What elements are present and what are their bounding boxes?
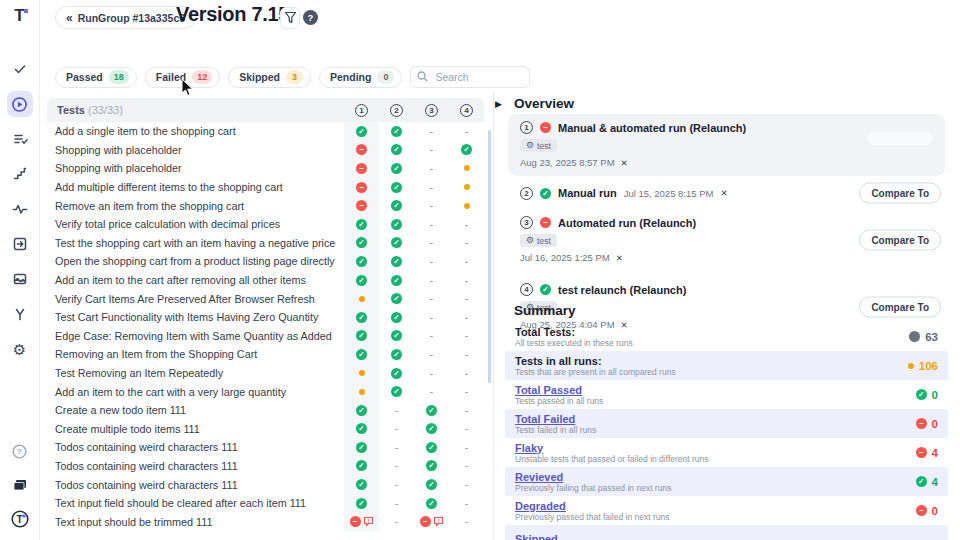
no-run-dash: - [465,368,468,379]
table-row[interactable]: Test the shopping cart with an item havi… [47,234,484,253]
rungroup-back-button[interactable]: « RunGroup #13a335c6 [55,6,196,29]
table-row[interactable]: Todos containing weird characters 111✓-✓… [47,457,484,476]
filter-chip-count-badge: 18 [109,70,129,84]
table-row[interactable]: Text input field should be cleared after… [47,494,484,513]
summary-row: Skipped [505,525,948,540]
test-name: Add multiple different items to the shop… [47,181,344,193]
filter-chip-pending[interactable]: Pending0 [319,67,402,88]
test-name: Removing an Item from the Shopping Cart [47,348,344,360]
table-row[interactable]: Test Cart Functionality with Items Havin… [47,308,484,327]
box-arrow-icon[interactable] [7,231,33,257]
summary-row-title[interactable]: Degraded [515,500,916,512]
run-title: Manual & automated run (Relaunch) [558,122,746,134]
summary-row-title[interactable]: Flaky [515,442,916,454]
no-run-dash: - [430,368,433,379]
help-circle-icon[interactable]: ? [7,438,33,464]
status-cell: ✓ [379,308,414,327]
overview-heading: Overview [514,96,574,111]
branch-icon[interactable] [7,301,33,327]
close-icon[interactable]: ✕ [616,253,623,263]
run-number-icon: 2 [390,104,403,117]
folders-icon[interactable] [7,472,33,498]
table-row[interactable]: Todos containing weird characters 111✓-✓… [47,475,484,494]
table-row[interactable]: Remove an item from the shopping cart−✓- [47,196,484,215]
run-item[interactable]: 3−Automated run (Relaunch)⚙testJul 16, 2… [508,209,945,271]
table-row[interactable]: Edge Case: Removing Item with Same Quant… [47,327,484,346]
gear-icon[interactable]: ⚙ [7,336,33,362]
comment-icon[interactable]: ! [433,516,444,527]
filter-chip-label: Passed [66,71,103,83]
filter-chip-label: Pending [330,71,371,83]
collapse-arrow-icon[interactable]: ▶ [495,99,502,109]
passed-icon: ✓ [391,368,402,379]
passed-icon: ✓ [356,479,367,490]
no-run-dash: - [465,498,468,509]
no-run-dash: - [430,256,433,267]
summary-row-title: Tests in all runs: [515,355,908,367]
run-item[interactable]: 2✓Manual runJul 15, 2025 8:15 PM✕Compare… [508,181,945,205]
run-column-header[interactable]: 1 [344,104,379,117]
skipped-icon [464,184,470,190]
help-icon[interactable]: ? [303,10,318,25]
comment-icon[interactable]: ! [363,516,374,527]
run-tag-chip[interactable]: ⚙test [520,139,557,152]
table-row[interactable]: Add an item to the cart with a very larg… [47,382,484,401]
table-row[interactable]: Add an item to the cart after removing a… [47,271,484,290]
filter-chip-passed[interactable]: Passed18 [55,67,137,88]
scrollbar-thumb[interactable] [488,130,491,383]
table-row[interactable]: Create multiple todo items 111✓-✓- [47,420,484,439]
check-icon[interactable] [7,56,33,82]
passed-icon: ✓ [426,423,437,434]
table-row[interactable]: Open the shopping cart from a product li… [47,252,484,271]
steps-icon[interactable] [7,161,33,187]
filter-chip-failed[interactable]: Failed12 [145,67,220,88]
no-run-dash: - [430,349,433,360]
passed-icon: ✓ [391,219,402,230]
play-circle-icon[interactable] [7,91,33,117]
run-title: test relaunch (Relaunch) [558,284,686,296]
summary-row-title[interactable]: Skipped [515,533,938,540]
table-row[interactable]: Shopping with placeholder−✓-✓ [47,141,484,160]
summary-row-title[interactable]: Revieved [515,471,916,483]
list-check-icon[interactable] [7,126,33,152]
filter-button[interactable] [280,7,300,29]
summary-row-desc: Tests that are present in all compared r… [515,368,908,377]
table-row[interactable]: Add a single item to the shopping cart✓✓… [47,122,484,141]
status-cell: - [449,327,484,346]
status-cell: - [449,215,484,234]
search-input[interactable] [410,66,530,88]
compare-to-button[interactable]: Compare To [859,297,941,318]
status-cell: ✓ [379,364,414,383]
table-row[interactable]: Removing an Item from the Shopping Cart✓… [47,345,484,364]
close-icon[interactable]: ✕ [621,158,628,168]
status-cell: - [379,512,414,531]
close-icon[interactable]: ✕ [720,188,727,198]
filter-chip-skipped[interactable]: Skipped3 [228,67,311,88]
summary-row-title[interactable]: Total Failed [515,413,916,425]
status-cell: - [449,345,484,364]
run-column-header[interactable]: 3 [414,104,449,117]
run-column-header[interactable]: 2 [379,104,414,117]
table-row[interactable]: Shopping with placeholder−✓- [47,159,484,178]
activity-icon[interactable] [7,196,33,222]
table-row[interactable]: Text input should be trimmed 111−!-−!- [47,512,484,531]
run-item[interactable]: 1−Manual & automated run (Relaunch)⚙test… [508,114,945,176]
image-icon[interactable] [7,266,33,292]
summary-row-title[interactable]: Total Passed [515,384,916,396]
status-cell: −! [414,512,449,531]
logo-circle-icon[interactable]: T [7,506,33,532]
table-row[interactable]: Create a new todo item 111✓-✓- [47,401,484,420]
table-row[interactable]: Todos containing weird characters 111✓-✓… [47,438,484,457]
passed-icon: ✓ [391,144,402,155]
passed-icon: ✓ [540,284,551,295]
compare-to-button[interactable]: Compare To [859,183,941,204]
run-tag-chip[interactable]: ⚙test [520,234,557,247]
table-row[interactable]: Verify total price calculation with deci… [47,215,484,234]
table-row[interactable]: Test Removing an Item Repeatedly✓-- [47,364,484,383]
table-row[interactable]: Verify Cart Items Are Preserved After Br… [47,289,484,308]
summary-row: RevievedPreviously failing that passed i… [505,467,948,496]
table-row[interactable]: Add multiple different items to the shop… [47,178,484,197]
run-column-header[interactable]: 4 [449,104,484,117]
compare-to-button[interactable]: Compare To [859,230,941,251]
app-logo-icon[interactable]: T [14,6,24,26]
